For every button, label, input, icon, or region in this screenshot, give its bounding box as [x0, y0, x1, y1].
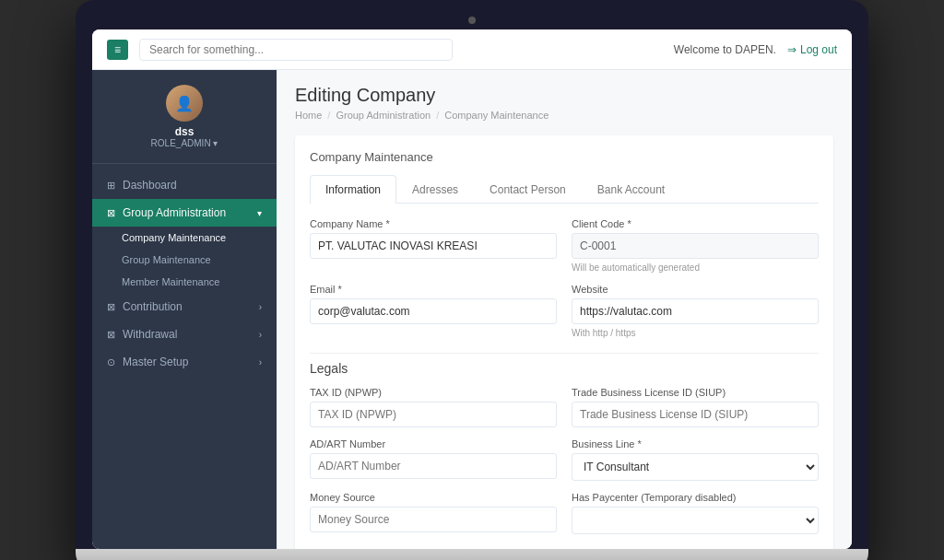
- paycenter-label: Has Paycenter (Temporary disabled): [572, 492, 819, 503]
- username: dss: [175, 125, 195, 138]
- client-code-label: Client Code *: [572, 218, 819, 229]
- form-group-client-code: Client Code * Will be automatically gene…: [572, 218, 819, 273]
- sidebar-item-label: Withdrawal: [123, 328, 177, 341]
- chevron-right-icon: ›: [259, 302, 262, 312]
- form-row-tax: TAX ID (NPWP) Trade Business License ID …: [310, 387, 819, 427]
- website-input[interactable]: [572, 298, 819, 324]
- logout-icon: ⇒: [787, 43, 796, 56]
- group-admin-icon: ⊠: [107, 207, 115, 219]
- form-row-money: Money Source Has Paycenter (Temporary di…: [310, 492, 819, 534]
- client-code-hint: Will be automatically generated: [572, 262, 819, 273]
- sidebar-item-label: Dashboard: [123, 179, 177, 192]
- contribution-icon: ⊠: [107, 301, 115, 313]
- company-name-input[interactable]: [310, 233, 557, 259]
- form-row-adart: AD/ART Number Business Line * IT Consult…: [310, 438, 819, 481]
- topbar: ≡ Welcome to DAPEN. ⇒ Log out: [92, 29, 852, 70]
- tax-id-label: TAX ID (NPWP): [310, 387, 557, 398]
- client-code-input: [572, 233, 819, 259]
- user-role[interactable]: ROLE_ADMIN ▾: [151, 138, 218, 148]
- tab-bank-account[interactable]: Bank Account: [582, 175, 680, 204]
- breadcrumb-company-maintenance[interactable]: Company Maintenance: [444, 110, 549, 121]
- breadcrumb: Home / Group Administration / Company Ma…: [295, 110, 833, 121]
- avatar: 👤: [166, 85, 203, 122]
- email-label: Email *: [310, 284, 557, 295]
- form-group-paycenter: Has Paycenter (Temporary disabled): [572, 492, 819, 534]
- trade-license-input[interactable]: [572, 402, 819, 427]
- page-title: Editing Company: [295, 85, 833, 106]
- master-setup-icon: ⊙: [107, 356, 115, 368]
- sidebar-item-company-maintenance[interactable]: Company Maintenance: [92, 227, 277, 249]
- company-name-label: Company Name *: [310, 218, 557, 229]
- tax-id-input[interactable]: [310, 402, 557, 427]
- adart-label: AD/ART Number: [310, 438, 557, 449]
- email-input[interactable]: [310, 298, 557, 324]
- business-line-select[interactable]: IT Consultant: [572, 453, 819, 481]
- withdrawal-icon: ⊠: [107, 329, 115, 341]
- topbar-right: Welcome to DAPEN. ⇒ Log out: [674, 43, 837, 56]
- menu-button[interactable]: ≡: [107, 40, 128, 60]
- tab-information[interactable]: Information: [310, 175, 396, 204]
- main-card: Company Maintenance Information Adresses…: [295, 135, 833, 549]
- tab-addresses[interactable]: Adresses: [396, 175, 474, 204]
- sidebar-item-dashboard[interactable]: ⊞ Dashboard: [92, 171, 277, 199]
- tab-contact-person[interactable]: Contact Person: [474, 175, 582, 204]
- main-content: Editing Company Home / Group Administrat…: [277, 70, 852, 549]
- sidebar-user: 👤 dss ROLE_ADMIN ▾: [92, 70, 277, 164]
- breadcrumb-group-admin[interactable]: Group Administration: [336, 110, 431, 121]
- form-group-email: Email *: [310, 284, 557, 338]
- logout-button[interactable]: ⇒ Log out: [787, 43, 837, 56]
- breadcrumb-sep: /: [327, 110, 330, 121]
- sidebar-item-master-setup[interactable]: ⊙ Master Setup ›: [92, 348, 277, 376]
- form-group-website: Website With http / https: [572, 284, 819, 338]
- form-group-trade-license: Trade Business License ID (SIUP): [572, 387, 819, 427]
- sidebar-item-contribution[interactable]: ⊠ Contribution ›: [92, 293, 277, 321]
- form-group-business-line: Business Line * IT Consultant: [572, 438, 819, 481]
- money-source-label: Money Source: [310, 492, 557, 503]
- breadcrumb-sep: /: [436, 110, 439, 121]
- sidebar-item-label: Group Administration: [123, 206, 226, 219]
- website-hint: With http / https: [572, 328, 819, 338]
- sidebar-item-label: Contribution: [123, 300, 183, 313]
- form-row-email: Email * Website With http / https: [310, 284, 819, 338]
- chevron-right-icon: ›: [259, 330, 262, 340]
- sidebar-item-label: Master Setup: [123, 356, 188, 368]
- sidebar-item-withdrawal[interactable]: ⊠ Withdrawal ›: [92, 321, 277, 348]
- form-row-company: Company Name * Client Code * Will be aut…: [310, 218, 819, 273]
- form-group-money-source: Money Source: [310, 492, 557, 534]
- legals-section-title: Legals: [310, 353, 819, 376]
- money-source-input[interactable]: [310, 507, 557, 532]
- sidebar-nav: ⊞ Dashboard ⊠ Group Administration ▾ Com…: [92, 164, 277, 549]
- form-group-company-name: Company Name *: [310, 218, 557, 273]
- tabs: Information Adresses Contact Person Bank…: [310, 175, 819, 204]
- form-group-adart: AD/ART Number: [310, 438, 557, 481]
- form-group-tax-id: TAX ID (NPWP): [310, 387, 557, 427]
- dashboard-icon: ⊞: [107, 180, 115, 192]
- chevron-down-icon: ▾: [257, 208, 262, 218]
- paycenter-select[interactable]: [572, 507, 819, 534]
- welcome-text: Welcome to DAPEN.: [674, 43, 776, 56]
- trade-license-label: Trade Business License ID (SIUP): [572, 387, 819, 398]
- website-label: Website: [572, 284, 819, 295]
- sidebar-item-member-maintenance[interactable]: Member Maintenance: [92, 271, 277, 293]
- adart-input[interactable]: [310, 453, 557, 479]
- breadcrumb-home[interactable]: Home: [295, 110, 322, 121]
- card-title: Company Maintenance: [310, 150, 819, 164]
- laptop-base: [76, 549, 868, 560]
- sidebar: 👤 dss ROLE_ADMIN ▾ ⊞ Dashboard ⊠ Group A…: [92, 70, 277, 549]
- menu-icon: ≡: [114, 43, 121, 56]
- business-line-label: Business Line *: [572, 438, 819, 449]
- sidebar-item-group-administration[interactable]: ⊠ Group Administration ▾: [92, 199, 277, 227]
- sidebar-item-group-maintenance[interactable]: Group Maintenance: [92, 249, 277, 271]
- chevron-right-icon: ›: [259, 357, 262, 368]
- search-input[interactable]: [139, 39, 453, 61]
